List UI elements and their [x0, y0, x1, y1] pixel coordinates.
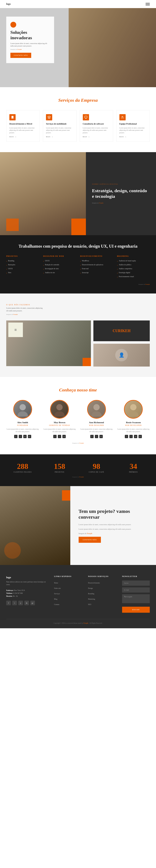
work-col-list-4: Auditoria de brand equity Análise de púb…: [117, 260, 150, 278]
portfolio-description: Lorem ipsum dolor sit amet, consectetur …: [6, 307, 44, 312]
team-member-1: Alex Smith Fundador Lorem ipsum dolor si…: [6, 400, 39, 438]
team-twitter-icon-3[interactable]: t: [95, 435, 98, 438]
list-item: Redação de conteúdo: [43, 264, 76, 266]
list-item: Branding: [6, 260, 39, 262]
footer-submit-button[interactable]: ENVIAR: [122, 607, 150, 613]
footer-service-3[interactable]: Branding: [88, 593, 94, 595]
footer-newsletter-heading: Newsletter: [122, 575, 150, 578]
list-item: Contato: [54, 602, 82, 606]
work-col-list-3: WordPress Desenvolvimento de aplicativos…: [80, 260, 113, 274]
service-icon-1: [9, 114, 16, 120]
portfolio-main-item: ≡: [6, 320, 91, 367]
hero-section: Soluções inovadoras Lorem ipsum dolor si…: [0, 0, 156, 87]
footer-message-input[interactable]: [122, 594, 150, 603]
footer-link-about[interactable]: Sobre nós: [54, 587, 61, 589]
service-desc-3: Lorem ipsum dolor sit amet, consectetur …: [83, 127, 110, 134]
team-twitter-icon-4[interactable]: t: [129, 435, 133, 438]
team-social-4: f t in g+: [117, 435, 150, 438]
team-grid: Alex Smith Fundador Lorem ipsum dolor si…: [6, 400, 150, 438]
hero-description: Lorem ipsum dolor sit amet, consectetur …: [10, 42, 50, 47]
list-item: Home: [54, 581, 82, 584]
footer-linkedin-icon[interactable]: in: [24, 601, 29, 605]
footer-copyright-link[interactable]: Freepik: [83, 622, 88, 624]
footer-service-2[interactable]: Design: [88, 587, 93, 589]
team-linkedin-icon-1[interactable]: in: [23, 435, 27, 438]
project-cta-button[interactable]: CONTATE NÓS: [79, 537, 101, 543]
service-desc-2: Lorem ipsum dolor sit amet, consectetur …: [46, 127, 73, 134]
list-item: Ilustrações: [6, 264, 39, 266]
portfolio-item-1: ≡: [6, 320, 91, 366]
team-facebook-icon-2[interactable]: f: [53, 435, 57, 438]
project-desc-1: Lorem ipsum dolor sit amet, consectetur …: [79, 523, 148, 526]
portfolio-logo-text: CURIKEH: [112, 329, 130, 333]
footer-youtube-icon[interactable]: y: [18, 601, 23, 605]
team-linkedin-icon-3[interactable]: in: [99, 435, 103, 438]
footer-service-1[interactable]: Desenvolvimento: [88, 582, 100, 584]
team-section: Conheça nosso time Alex Smith Fundador L…: [0, 377, 156, 454]
team-linkedin-icon-2[interactable]: in: [62, 435, 66, 438]
footer-twitter-icon[interactable]: t: [12, 601, 17, 605]
service-more-4[interactable]: MAIS: [120, 136, 147, 138]
svg-point-12: [130, 404, 136, 410]
team-name-2: May Brown: [43, 421, 76, 424]
team-desc-4: Lorem ipsum dolor sit amet, consectetur …: [117, 428, 150, 433]
footer-facebook-icon[interactable]: f: [6, 601, 11, 605]
stats-image-credit: Imagens de Freepik: [6, 476, 150, 478]
list-item: Análise competitiva: [117, 268, 150, 270]
team-twitter-icon-1[interactable]: t: [19, 435, 22, 438]
footer-name-input[interactable]: [122, 581, 150, 586]
list-item: Auditoria de brand equity: [117, 260, 150, 262]
phone-value: 0 234 567 890: [13, 592, 23, 594]
footer-logo: logo: [6, 576, 11, 579]
footer-link-blog[interactable]: Blog: [54, 598, 57, 600]
footer-social-links: f t y in g+: [6, 601, 48, 605]
team-facebook-icon-3[interactable]: f: [90, 435, 94, 438]
portfolio-image-credit: Imagens de Freepik: [6, 314, 150, 315]
work-image-credit: Imagem de Freepik: [6, 283, 150, 285]
service-desc-4: Lorem ipsum dolor sit amet, consectetur …: [120, 127, 147, 134]
team-member-3: Ann Richmond Web Designer Lorem ipsum do…: [80, 400, 113, 438]
team-google-icon-4[interactable]: g+: [138, 435, 142, 438]
team-social-2: f t in: [43, 435, 76, 438]
footer: logo Nam ultrices ultrices nec tortor pu…: [0, 565, 156, 628]
services-section: Serviços da Empresa Desenvolvimento o Mó…: [0, 87, 156, 152]
footer-google-icon[interactable]: g+: [30, 601, 35, 605]
service-more-1[interactable]: MAIS: [9, 136, 36, 138]
footer-service-4[interactable]: Marketing: [88, 598, 95, 600]
svg-point-13: [128, 411, 138, 416]
svg-point-8: [56, 404, 62, 410]
project-desc-2: Lorem ipsum dolor sit amet, consectetur …: [79, 528, 148, 531]
menu-toggle[interactable]: [146, 3, 150, 5]
agency-content: SOBRE AGÊNCIA DIGITAL Estratégia, design…: [86, 152, 156, 235]
project-image: [0, 486, 70, 565]
list-item: Estratégia digital: [117, 272, 150, 274]
team-role-4: Web Developer: [117, 425, 150, 426]
team-role-1: Fundador: [6, 425, 39, 426]
team-facebook-icon-1[interactable]: f: [14, 435, 18, 438]
hero-cta-button[interactable]: CONTATE NÓS: [10, 53, 31, 58]
footer-link-home[interactable]: Home: [54, 582, 58, 584]
team-photo-4: [124, 400, 143, 418]
footer-service-5[interactable]: SEO: [88, 603, 91, 606]
service-icon-3: [83, 114, 89, 120]
svg-point-10: [94, 404, 100, 410]
team-photo-2: [50, 400, 69, 418]
team-linkedin-icon-4[interactable]: in: [134, 435, 137, 438]
team-facebook-icon-4[interactable]: f: [125, 435, 128, 438]
stat-label-4: PRÊMIOS: [117, 471, 150, 473]
team-role-2: Gerente de vendas: [43, 425, 76, 426]
footer-links-list: Home Sobre nós Serviços Blog Contato: [54, 581, 82, 606]
service-more-2[interactable]: MAIS: [46, 136, 73, 138]
footer-hours-line: Horário: 8h - 2h: [6, 595, 48, 598]
work-col-list-1: Branding Ilustrações UI/UX Sites: [6, 260, 39, 274]
service-more-3[interactable]: MAIS: [83, 136, 110, 138]
footer-email-input[interactable]: [122, 587, 150, 593]
team-google-icon-1[interactable]: g+: [28, 435, 31, 438]
footer-link-services[interactable]: Serviços: [54, 593, 60, 595]
team-twitter-icon-2[interactable]: t: [58, 435, 61, 438]
service-card-3: Consultoria de software Lorem ipsum dolo…: [80, 110, 113, 142]
footer-links-col: Links Rápidos Home Sobre nós Serviços Bl…: [54, 575, 82, 613]
service-title-1: Desenvolvimento o Móvel: [9, 122, 36, 125]
footer-link-contact[interactable]: Contato: [54, 603, 59, 606]
footer-links-heading: Links Rápidos: [54, 575, 82, 578]
